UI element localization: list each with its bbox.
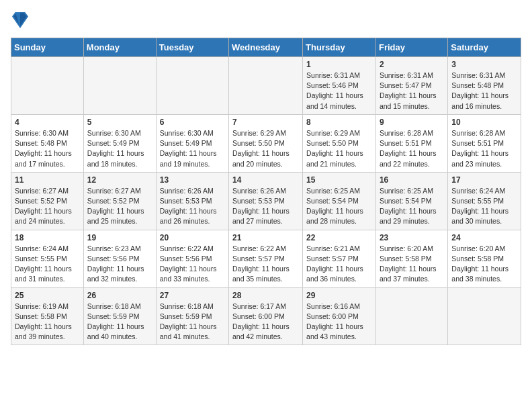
calendar-cell — [11, 57, 84, 115]
calendar-week-row: 11Sunrise: 6:27 AMSunset: 5:52 PMDayligh… — [11, 172, 521, 230]
calendar-cell: 17Sunrise: 6:24 AMSunset: 5:55 PMDayligh… — [448, 172, 521, 230]
day-info: Sunrise: 6:26 AMSunset: 5:53 PMDaylight:… — [160, 186, 225, 227]
day-info: Sunrise: 6:22 AMSunset: 5:57 PMDaylight:… — [232, 244, 299, 285]
day-number: 18 — [15, 233, 80, 242]
day-of-week-header: Tuesday — [156, 38, 228, 57]
calendar-cell: 6Sunrise: 6:30 AMSunset: 5:49 PMDaylight… — [156, 114, 228, 172]
calendar-cell: 18Sunrise: 6:24 AMSunset: 5:55 PMDayligh… — [11, 230, 84, 287]
day-number: 27 — [160, 291, 225, 300]
day-number: 19 — [87, 233, 152, 242]
day-number: 29 — [306, 291, 372, 300]
day-info: Sunrise: 6:30 AMSunset: 5:48 PMDaylight:… — [15, 128, 80, 169]
day-info: Sunrise: 6:30 AMSunset: 5:49 PMDaylight:… — [160, 128, 225, 169]
calendar-cell: 7Sunrise: 6:29 AMSunset: 5:50 PMDaylight… — [229, 114, 303, 172]
day-number: 6 — [160, 118, 225, 127]
calendar-cell: 29Sunrise: 6:16 AMSunset: 6:00 PMDayligh… — [303, 287, 376, 345]
day-of-week-header: Wednesday — [229, 38, 303, 57]
day-info: Sunrise: 6:29 AMSunset: 5:50 PMDaylight:… — [306, 128, 372, 169]
calendar-week-row: 18Sunrise: 6:24 AMSunset: 5:55 PMDayligh… — [11, 230, 521, 287]
day-number: 10 — [451, 118, 517, 127]
day-info: Sunrise: 6:25 AMSunset: 5:54 PMDaylight:… — [380, 186, 444, 227]
calendar-cell: 8Sunrise: 6:29 AMSunset: 5:50 PMDaylight… — [303, 114, 376, 172]
calendar-week-row: 25Sunrise: 6:19 AMSunset: 5:58 PMDayligh… — [11, 287, 521, 345]
day-number: 13 — [160, 175, 225, 185]
day-info: Sunrise: 6:28 AMSunset: 5:51 PMDaylight:… — [380, 128, 444, 169]
calendar-cell: 25Sunrise: 6:19 AMSunset: 5:58 PMDayligh… — [11, 287, 84, 345]
calendar-cell — [448, 287, 521, 345]
day-number: 8 — [306, 118, 372, 127]
day-of-week-header: Thursday — [303, 38, 376, 57]
day-info: Sunrise: 6:22 AMSunset: 5:56 PMDaylight:… — [160, 244, 225, 285]
day-number: 17 — [451, 175, 517, 185]
day-of-week-header: Friday — [375, 38, 447, 57]
day-of-week-header: Monday — [83, 38, 156, 57]
day-of-week-header: Saturday — [448, 38, 521, 57]
logo — [11, 11, 30, 32]
calendar-table: SundayMondayTuesdayWednesdayThursdayFrid… — [11, 38, 521, 345]
day-number: 22 — [306, 233, 372, 242]
calendar-cell: 16Sunrise: 6:25 AMSunset: 5:54 PMDayligh… — [375, 172, 447, 230]
day-info: Sunrise: 6:30 AMSunset: 5:49 PMDaylight:… — [87, 128, 152, 169]
calendar-cell: 13Sunrise: 6:26 AMSunset: 5:53 PMDayligh… — [156, 172, 228, 230]
calendar-cell — [375, 287, 447, 345]
day-info: Sunrise: 6:26 AMSunset: 5:53 PMDaylight:… — [232, 186, 299, 227]
day-info: Sunrise: 6:27 AMSunset: 5:52 PMDaylight:… — [87, 186, 152, 227]
calendar-cell: 22Sunrise: 6:21 AMSunset: 5:57 PMDayligh… — [303, 230, 376, 287]
day-number: 21 — [232, 233, 299, 242]
day-number: 3 — [451, 60, 517, 69]
calendar-cell: 5Sunrise: 6:30 AMSunset: 5:49 PMDaylight… — [83, 114, 156, 172]
day-info: Sunrise: 6:24 AMSunset: 5:55 PMDaylight:… — [15, 244, 80, 285]
calendar-cell: 12Sunrise: 6:27 AMSunset: 5:52 PMDayligh… — [83, 172, 156, 230]
day-info: Sunrise: 6:31 AMSunset: 5:48 PMDaylight:… — [451, 71, 517, 111]
calendar-cell: 1Sunrise: 6:31 AMSunset: 5:46 PMDaylight… — [303, 57, 376, 115]
calendar-cell — [156, 57, 228, 115]
calendar-cell: 19Sunrise: 6:23 AMSunset: 5:56 PMDayligh… — [83, 230, 156, 287]
calendar-cell: 9Sunrise: 6:28 AMSunset: 5:51 PMDaylight… — [375, 114, 447, 172]
day-info: Sunrise: 6:21 AMSunset: 5:57 PMDaylight:… — [306, 244, 372, 285]
day-info: Sunrise: 6:17 AMSunset: 6:00 PMDaylight:… — [232, 302, 299, 342]
calendar-cell: 2Sunrise: 6:31 AMSunset: 5:47 PMDaylight… — [375, 57, 447, 115]
calendar-cell: 11Sunrise: 6:27 AMSunset: 5:52 PMDayligh… — [11, 172, 84, 230]
day-number: 23 — [380, 233, 444, 242]
logo-icon — [12, 11, 28, 30]
day-number: 25 — [15, 291, 80, 300]
day-number: 2 — [380, 60, 444, 69]
day-info: Sunrise: 6:31 AMSunset: 5:46 PMDaylight:… — [306, 71, 372, 111]
calendar-cell: 10Sunrise: 6:28 AMSunset: 5:51 PMDayligh… — [448, 114, 521, 172]
calendar-cell: 24Sunrise: 6:20 AMSunset: 5:58 PMDayligh… — [448, 230, 521, 287]
day-info: Sunrise: 6:25 AMSunset: 5:54 PMDaylight:… — [306, 186, 372, 227]
calendar-cell — [229, 57, 303, 115]
day-number: 9 — [380, 118, 444, 127]
day-info: Sunrise: 6:31 AMSunset: 5:47 PMDaylight:… — [380, 71, 444, 111]
day-number: 12 — [87, 175, 152, 185]
day-info: Sunrise: 6:16 AMSunset: 6:00 PMDaylight:… — [306, 302, 372, 342]
day-number: 5 — [87, 118, 152, 127]
calendar-cell: 26Sunrise: 6:18 AMSunset: 5:59 PMDayligh… — [83, 287, 156, 345]
day-info: Sunrise: 6:18 AMSunset: 5:59 PMDaylight:… — [160, 302, 225, 342]
day-number: 24 — [451, 233, 517, 242]
day-info: Sunrise: 6:29 AMSunset: 5:50 PMDaylight:… — [232, 128, 299, 169]
day-number: 4 — [15, 118, 80, 127]
calendar-cell: 28Sunrise: 6:17 AMSunset: 6:00 PMDayligh… — [229, 287, 303, 345]
day-info: Sunrise: 6:27 AMSunset: 5:52 PMDaylight:… — [15, 186, 80, 227]
calendar-body: 1Sunrise: 6:31 AMSunset: 5:46 PMDaylight… — [11, 57, 521, 345]
day-number: 1 — [306, 60, 372, 69]
day-number: 7 — [232, 118, 299, 127]
calendar-cell: 14Sunrise: 6:26 AMSunset: 5:53 PMDayligh… — [229, 172, 303, 230]
day-info: Sunrise: 6:24 AMSunset: 5:55 PMDaylight:… — [451, 186, 517, 227]
calendar-cell: 23Sunrise: 6:20 AMSunset: 5:58 PMDayligh… — [375, 230, 447, 287]
day-number: 14 — [232, 175, 299, 185]
calendar-cell: 15Sunrise: 6:25 AMSunset: 5:54 PMDayligh… — [303, 172, 376, 230]
calendar-cell: 20Sunrise: 6:22 AMSunset: 5:56 PMDayligh… — [156, 230, 228, 287]
day-number: 20 — [160, 233, 225, 242]
calendar-header-row: SundayMondayTuesdayWednesdayThursdayFrid… — [11, 38, 521, 57]
page-header — [11, 11, 521, 32]
calendar-cell: 4Sunrise: 6:30 AMSunset: 5:48 PMDaylight… — [11, 114, 84, 172]
day-number: 26 — [87, 291, 152, 300]
day-info: Sunrise: 6:19 AMSunset: 5:58 PMDaylight:… — [15, 302, 80, 342]
calendar-cell: 21Sunrise: 6:22 AMSunset: 5:57 PMDayligh… — [229, 230, 303, 287]
day-info: Sunrise: 6:20 AMSunset: 5:58 PMDaylight:… — [451, 244, 517, 285]
day-number: 11 — [15, 175, 80, 185]
calendar-week-row: 1Sunrise: 6:31 AMSunset: 5:46 PMDaylight… — [11, 57, 521, 115]
day-info: Sunrise: 6:20 AMSunset: 5:58 PMDaylight:… — [380, 244, 444, 285]
